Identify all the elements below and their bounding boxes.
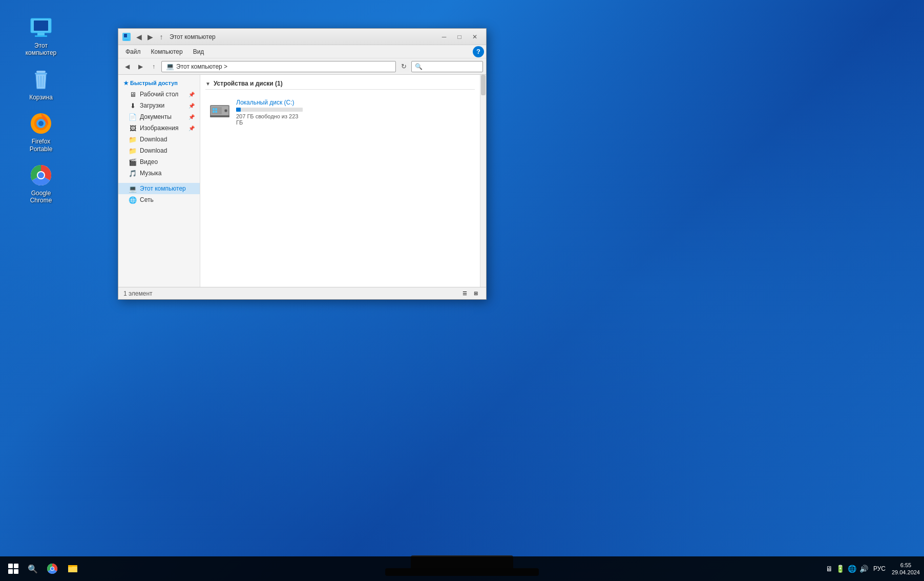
network-nav-icon: 🌐 xyxy=(129,196,137,204)
svg-line-7 xyxy=(38,76,39,87)
pictures-pin: 📌 xyxy=(188,126,195,131)
nav-network[interactable]: 🌐 Сеть xyxy=(118,194,200,205)
help-button[interactable]: ? xyxy=(473,46,484,57)
disk-c-item[interactable]: Локальный диск (C:) 207 ГБ свободно из 2… xyxy=(205,95,308,130)
network-tray-icon[interactable]: 🌐 xyxy=(848,565,856,573)
nav-download1-label: Download xyxy=(140,136,167,143)
up-button[interactable]: ↑ xyxy=(156,32,166,42)
nav-downloads[interactable]: ⬇ Загрузки 📌 xyxy=(118,100,200,111)
download1-nav-icon: 📁 xyxy=(129,135,137,143)
sys-tray: 🖥 🔋 🌐 🔊 РУС xyxy=(826,564,888,573)
disk-c-space: 207 ГБ свободно из 223 ГБ xyxy=(236,113,304,126)
volume-tray-icon[interactable]: 🔊 xyxy=(859,565,868,573)
nav-this-pc[interactable]: 💻 Этот компьютер xyxy=(118,183,200,194)
quick-access-header[interactable]: ★ Быстрый доступ xyxy=(118,78,200,89)
address-bar: ◀ ▶ ↑ 💻 Этот компьютер > ↻ 🔍 xyxy=(118,58,486,75)
monitor-tray-icon[interactable]: 🖥 xyxy=(826,565,833,573)
nav-music[interactable]: 🎵 Музыка xyxy=(118,168,200,179)
nav-download-1[interactable]: 📁 Download xyxy=(118,134,200,145)
disk-c-info: Локальный диск (C:) 207 ГБ свободно из 2… xyxy=(236,99,304,126)
svg-point-15 xyxy=(38,172,44,178)
documents-nav-icon: 📄 xyxy=(129,113,137,121)
clock[interactable]: 6:55 29.04.2024 xyxy=(892,562,920,576)
list-view-button[interactable]: ☰ xyxy=(459,289,470,298)
section-chevron[interactable]: ▼ xyxy=(205,81,211,87)
desktop-icon-firefox[interactable]: Firefox Portable xyxy=(20,111,61,153)
svg-point-12 xyxy=(38,121,44,126)
close-button[interactable]: ✕ xyxy=(468,32,482,42)
nav-video[interactable]: 🎬 Видео xyxy=(118,156,200,168)
menu-computer[interactable]: Компьютер xyxy=(146,47,188,56)
nav-downloads-label: Загрузки xyxy=(140,102,164,109)
this-pc-label: Этот компьютер xyxy=(20,42,61,57)
taskbar-explorer-button[interactable] xyxy=(64,559,82,578)
nav-pictures-label: Изображения xyxy=(140,125,178,132)
desktop-icons: Этот компьютер Корзина xyxy=(20,15,61,204)
grid-view-button[interactable]: ⊞ xyxy=(471,289,481,298)
devices-section-title: Устройства и диски (1) xyxy=(214,80,283,87)
nav-desktop[interactable]: 🖥 Рабочий стол 📌 xyxy=(118,89,200,100)
nav-back-button[interactable]: ◀ xyxy=(121,61,133,72)
svg-rect-23 xyxy=(210,115,229,117)
title-bar-text: Этот компьютер xyxy=(170,33,434,40)
menu-bar: Файл Компьютер Вид ? xyxy=(118,45,486,58)
refresh-button[interactable]: ↻ xyxy=(398,61,409,72)
taskbar: 🔍 🖥 🔋 🌐 xyxy=(0,556,924,581)
svg-rect-30 xyxy=(215,111,217,113)
svg-rect-4 xyxy=(36,71,46,73)
window-controls: ─ □ ✕ xyxy=(437,32,482,42)
music-nav-icon: 🎵 xyxy=(129,169,137,177)
firefox-icon xyxy=(29,111,53,136)
status-bar: 1 элемент ☰ ⊞ xyxy=(118,287,486,299)
svg-rect-37 xyxy=(68,565,72,567)
nav-forward-button[interactable]: ▶ xyxy=(135,61,146,72)
clock-date: 29.04.2024 xyxy=(892,569,920,576)
svg-rect-28 xyxy=(215,108,217,110)
status-text: 1 элемент xyxy=(123,290,153,297)
svg-line-8 xyxy=(43,76,44,87)
lang-indicator[interactable]: РУС xyxy=(871,564,888,573)
search-box[interactable]: 🔍 xyxy=(411,61,483,72)
clock-time: 6:55 xyxy=(900,562,911,569)
start-button[interactable] xyxy=(4,559,23,578)
battery-tray-icon[interactable]: 🔋 xyxy=(836,565,845,573)
svg-rect-1 xyxy=(34,20,48,31)
pictures-nav-icon: 🖼 xyxy=(129,124,137,132)
desktop-icon-recycle-bin[interactable]: Корзина xyxy=(20,67,61,101)
nav-pictures[interactable]: 🖼 Изображения 📌 xyxy=(118,122,200,134)
forward-button[interactable]: ▶ xyxy=(145,32,155,42)
explorer-window: ◀ ▶ ↑ Этот компьютер ─ □ ✕ Файл Компьюте… xyxy=(118,28,487,300)
nav-music-label: Музыка xyxy=(140,170,161,177)
scrollbar[interactable] xyxy=(480,75,486,287)
download2-nav-icon: 📁 xyxy=(129,147,137,155)
content-area: ▼ Устройства и диски (1) xyxy=(200,75,480,287)
minimize-button[interactable]: ─ xyxy=(437,32,451,42)
maximize-button[interactable]: □ xyxy=(452,32,467,42)
menu-view[interactable]: Вид xyxy=(188,47,209,56)
address-path[interactable]: 💻 Этот компьютер > xyxy=(161,61,396,72)
nav-documents-label: Документы xyxy=(140,113,172,120)
svg-rect-19 xyxy=(124,38,129,39)
desktop-icon-this-pc[interactable]: Этот компьютер xyxy=(20,15,61,57)
back-button[interactable]: ◀ xyxy=(134,32,144,42)
desktop: Этот компьютер Корзина xyxy=(0,0,924,581)
taskbar-chrome-button[interactable] xyxy=(43,559,61,578)
nav-download-2[interactable]: 📁 Download xyxy=(118,145,200,156)
disk-c-progress-bar xyxy=(236,108,303,112)
desktop-icon-chrome[interactable]: Google Chrome xyxy=(20,163,61,204)
documents-pin: 📌 xyxy=(188,114,195,120)
quick-access-label: Быстрый доступ xyxy=(130,80,178,86)
menu-file[interactable]: Файл xyxy=(120,47,146,56)
nav-network-label: Сеть xyxy=(140,196,154,203)
nav-documents[interactable]: 📄 Документы 📌 xyxy=(118,111,200,122)
search-icon: 🔍 xyxy=(415,63,423,70)
start-icon xyxy=(8,564,18,574)
nav-up-button[interactable]: ↑ xyxy=(148,61,159,72)
disk-c-name: Локальный диск (C:) xyxy=(236,99,304,106)
title-bar: ◀ ▶ ↑ Этот компьютер ─ □ ✕ xyxy=(118,29,486,45)
taskbar-search-button[interactable]: 🔍 xyxy=(25,561,41,577)
explorer-body: ★ Быстрый доступ 🖥 Рабочий стол 📌 ⬇ Загр… xyxy=(118,75,486,287)
svg-point-33 xyxy=(51,567,54,570)
recycle-bin-label: Корзина xyxy=(29,94,53,101)
view-buttons: ☰ ⊞ xyxy=(459,289,481,298)
